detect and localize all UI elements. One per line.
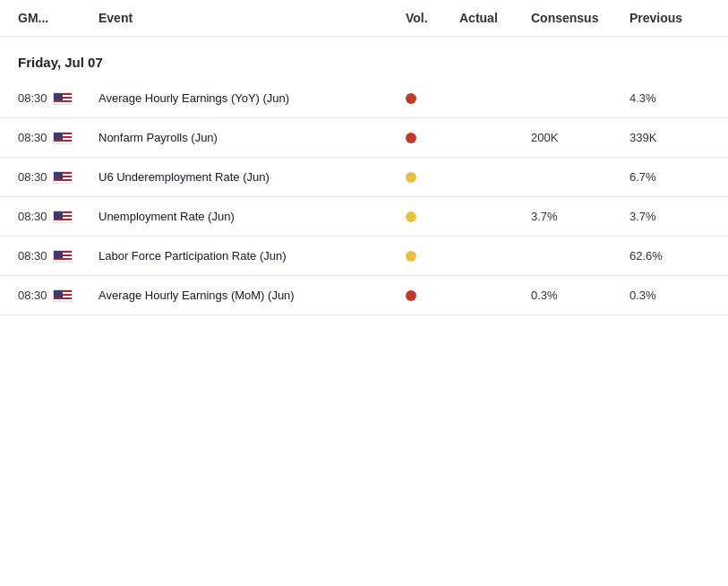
cell-vol [406,211,459,222]
flag-us [53,92,73,105]
table-row[interactable]: 08:30 Nonfarm Payrolls (Jun)200K339K [0,118,728,158]
volatility-dot [406,133,416,143]
col-vol: Vol. [406,11,459,25]
flag-us [53,211,73,223]
table-row[interactable]: 08:30 U6 Underemployment Rate (Jun)6.7% [0,158,728,197]
volatility-dot [406,172,416,183]
time-value: 08:30 [18,289,47,302]
cell-consensus: 3.7% [531,210,630,223]
table-row[interactable]: 08:30 Average Hourly Earnings (MoM) (Jun… [0,276,728,315]
main-container: GM... Event Vol. Actual Consensus Previo… [0,0,728,586]
cell-consensus: 0.3% [531,289,630,302]
cell-previous: 4.3% [630,91,710,105]
cell-event[interactable]: Nonfarm Payrolls (Jun) [98,131,406,144]
time-value: 08:30 [18,210,47,223]
cell-time: 08:30 [18,91,98,105]
col-previous: Previous [630,11,710,25]
cell-vol [406,93,459,104]
col-gmt: GM... [18,11,98,25]
cell-previous: 3.7% [630,210,710,223]
volatility-dot [406,211,416,222]
cell-event[interactable]: Average Hourly Earnings (YoY) (Jun) [98,91,406,105]
cell-time: 08:30 [18,131,98,144]
sections-container: Friday, Jul 0708:30 Average Hourly Earni… [0,37,728,315]
cell-time: 08:30 [18,170,98,184]
table-header: GM... Event Vol. Actual Consensus Previo… [0,0,728,37]
cell-event[interactable]: Labor Force Participation Rate (Jun) [98,249,406,263]
cell-previous: 0.3% [630,289,710,302]
time-value: 08:30 [18,170,47,184]
time-value: 08:30 [18,131,47,144]
table-row[interactable]: 08:30 Unemployment Rate (Jun)3.7%3.7% [0,197,728,237]
volatility-dot [406,251,416,262]
volatility-dot [406,290,416,301]
flag-us [53,132,73,144]
cell-vol [406,172,459,183]
cell-time: 08:30 [18,249,98,263]
cell-previous: 6.7% [630,170,710,184]
cell-consensus: 200K [531,131,630,144]
table-row[interactable]: 08:30 Average Hourly Earnings (YoY) (Jun… [0,79,728,118]
section-date: Friday, Jul 07 [0,37,728,79]
cell-time: 08:30 [18,289,98,302]
cell-vol [406,251,459,262]
col-actual: Actual [459,11,531,25]
cell-previous: 62.6% [630,249,710,263]
col-consensus: Consensus [531,11,630,25]
time-value: 08:30 [18,91,47,105]
cell-event[interactable]: U6 Underemployment Rate (Jun) [98,170,406,184]
flag-us [53,171,73,184]
cell-vol [406,133,459,143]
table-row[interactable]: 08:30 Labor Force Participation Rate (Ju… [0,237,728,276]
flag-us [53,250,73,263]
cell-previous: 339K [630,131,710,144]
volatility-dot [406,93,416,104]
flag-us [53,289,73,302]
cell-vol [406,290,459,301]
cell-event[interactable]: Unemployment Rate (Jun) [98,210,406,223]
time-value: 08:30 [18,249,47,263]
col-event: Event [98,11,406,25]
cell-time: 08:30 [18,210,98,223]
cell-event[interactable]: Average Hourly Earnings (MoM) (Jun) [98,289,406,302]
